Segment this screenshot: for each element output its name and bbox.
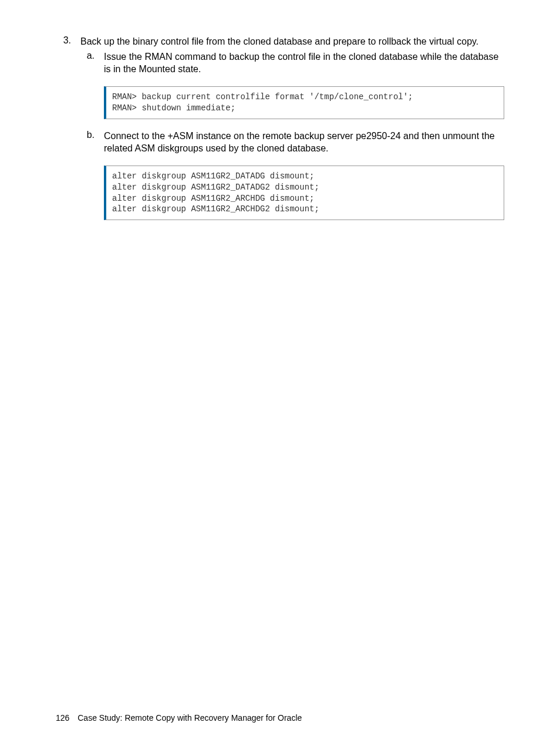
substep-text: Issue the RMAN command to backup the con… <box>104 50 504 76</box>
code-block: RMAN> backup current controlfile format … <box>104 86 504 119</box>
substep-letter: a. <box>56 50 104 76</box>
page-footer: 126 Case Study: Remote Copy with Recover… <box>56 713 302 723</box>
substep: b. Connect to the +ASM instance on the r… <box>56 130 504 155</box>
substep-letter: b. <box>56 130 104 155</box>
page-number: 126 <box>56 713 69 723</box>
substep-text: Connect to the +ASM instance on the remo… <box>104 130 504 155</box>
code-block: alter diskgroup ASM11GR2_DATADG dismount… <box>104 166 504 221</box>
substep: a. Issue the RMAN command to backup the … <box>56 50 504 76</box>
step-text: Back up the binary control file from the… <box>80 35 504 48</box>
ordered-step: 3. Back up the binary control file from … <box>56 35 504 48</box>
footer-title: Case Study: Remote Copy with Recovery Ma… <box>77 713 302 723</box>
page-content: 3. Back up the binary control file from … <box>56 35 504 220</box>
step-number: 3. <box>56 35 80 48</box>
